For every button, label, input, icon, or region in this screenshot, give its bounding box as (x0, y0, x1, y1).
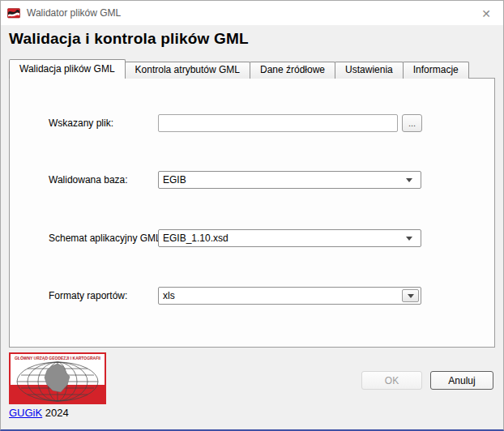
tab-panel-walidacja: Wskazany plik: ... Walidowana baza: EGIB… (9, 78, 495, 348)
file-path-input[interactable] (158, 114, 398, 132)
window-title: Walidator plików GML (27, 7, 121, 19)
browse-button[interactable]: ... (402, 114, 422, 132)
dialog-window: Walidator plików GML ✕ Walidacja i kontr… (0, 0, 504, 431)
tab-ustawienia[interactable]: Ustawienia (335, 62, 404, 79)
report-formats-combobox[interactable]: xls (158, 287, 421, 305)
dropdown-button[interactable] (402, 289, 419, 302)
chevron-down-icon (406, 178, 412, 182)
gugik-link[interactable]: GUGiK (9, 407, 42, 419)
app-icon (7, 6, 20, 19)
title-bar[interactable]: Walidator plików GML ✕ (1, 1, 503, 25)
chevron-down-icon (406, 237, 412, 241)
tab-strip: Walidacja plików GML Kontrola atrybutów … (9, 59, 468, 79)
cancel-button[interactable]: Anuluj (430, 371, 493, 390)
client-area: Walidacja i kontrola plików GML Walidacj… (1, 25, 503, 429)
report-formats-value: xls (163, 288, 175, 304)
tab-walidacja-plikow-gml[interactable]: Walidacja plików GML (9, 59, 126, 79)
database-combobox[interactable]: EGIB (158, 171, 421, 189)
page-title: Walidacja i kontrola plików GML (9, 30, 249, 48)
database-value: EGIB (163, 172, 186, 188)
logo-caption: GŁÓWNY URZĄD GEODEZJI I KARTOGRAFII (15, 355, 100, 361)
footer-credit: GUGiK 2024 (9, 407, 69, 419)
schema-value: EGIB_1.10.xsd (163, 230, 229, 246)
ok-button[interactable]: OK (361, 371, 422, 390)
tab-dane-zrodlowe[interactable]: Dane źródłowe (250, 62, 335, 79)
file-label: Wskazany plik: (49, 114, 113, 132)
tab-informacje[interactable]: Informacje (403, 62, 469, 79)
database-label: Walidowana baza: (49, 171, 128, 189)
schema-combobox[interactable]: EGIB_1.10.xsd (158, 229, 421, 247)
schema-label: Schemat aplikacyjny GML: (49, 229, 164, 247)
gugik-logo: GŁÓWNY URZĄD GEODEZJI I KARTOGRAFII (9, 352, 106, 404)
chevron-down-icon (408, 294, 414, 298)
tab-kontrola-atrybutow-gml[interactable]: Kontrola atrybutów GML (125, 62, 250, 79)
credit-year: 2024 (45, 407, 69, 419)
close-icon[interactable]: ✕ (469, 1, 503, 25)
report-formats-label: Formaty raportów: (49, 287, 127, 305)
